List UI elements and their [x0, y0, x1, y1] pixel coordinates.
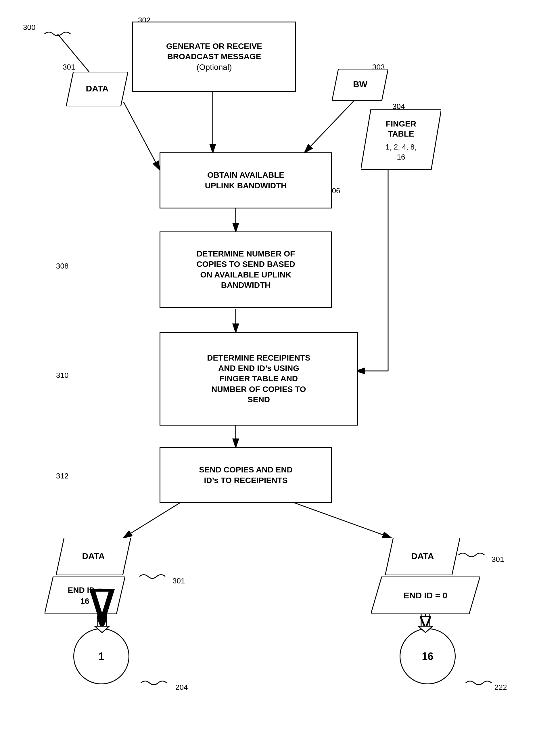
- box308-line2: COPIES TO SEND BASED: [196, 259, 295, 269]
- box-310-determine-recipients: DETERMINE RECEIPIENTS AND END ID’s USING…: [159, 332, 358, 426]
- box306-line1: OBTAIN AVAILABLE: [205, 170, 287, 180]
- flowchart-diagram: 300 302 301 303 304 306 308 310 312 301 …: [0, 0, 560, 743]
- ref-300: 300: [23, 23, 35, 32]
- svg-text:DATA: DATA: [82, 551, 105, 561]
- ref-310-label: 310: [56, 371, 68, 380]
- box-312-send-copies: SEND COPIES AND END ID’s TO RECEIPIENTS: [159, 447, 332, 503]
- svg-text:FINGER: FINGER: [386, 119, 416, 128]
- box302-line1: GENERATE OR RECEIVE: [166, 41, 262, 51]
- box310-line5: SEND: [207, 394, 310, 405]
- svg-text:DATA: DATA: [411, 551, 434, 561]
- svg-line-12: [287, 500, 391, 538]
- svg-text:16: 16: [80, 597, 89, 606]
- ref-312-label: 312: [56, 472, 68, 480]
- circle-16: 16: [400, 628, 456, 684]
- box306-line2: UPLINK BANDWIDTH: [205, 181, 287, 191]
- ref-204-label: 204: [175, 683, 188, 692]
- ref-308-label: 308: [56, 262, 68, 271]
- box312-line2: ID’s TO RECEIPIENTS: [199, 475, 293, 486]
- svg-text:16: 16: [397, 153, 405, 161]
- box302-line3: (Optional): [166, 62, 262, 73]
- box312-line1: SEND COPIES AND END: [199, 465, 293, 475]
- box308-line1: DETERMINE NUMBER OF: [196, 249, 295, 259]
- ref-301-right-label: 301: [492, 555, 504, 564]
- para-data-left-bottom: DATA: [56, 538, 131, 575]
- circle-1-label: 1: [98, 650, 104, 662]
- ref-222-label: 222: [495, 683, 507, 692]
- svg-line-11: [124, 500, 184, 538]
- svg-text:DATA: DATA: [86, 84, 109, 93]
- box-306-obtain-bandwidth: OBTAIN AVAILABLE UPLINK BANDWIDTH: [159, 152, 332, 209]
- svg-marker-26: [45, 576, 125, 614]
- box308-line4: BANDWIDTH: [196, 280, 295, 291]
- box310-line4: NUMBER OF COPIES TO: [207, 384, 310, 394]
- svg-text:BW: BW: [353, 79, 368, 89]
- box-302-generate: GENERATE OR RECEIVE BROADCAST MESSAGE (O…: [132, 21, 296, 92]
- ref-301-left-label: 301: [63, 63, 75, 72]
- svg-text:1, 2, 4, 8,: 1, 2, 4, 8,: [385, 143, 417, 151]
- circle-1: 1: [73, 628, 129, 684]
- box308-line3: ON AVAILABLE UPLINK: [196, 270, 295, 280]
- box310-line1: DETERMINE RECEIPIENTS: [207, 353, 310, 363]
- svg-text:END ID =: END ID =: [67, 586, 102, 595]
- para-301-data-left: DATA: [66, 72, 128, 106]
- circle-16-label: 16: [422, 650, 433, 662]
- box-308-determine-copies: DETERMINE NUMBER OF COPIES TO SEND BASED…: [159, 231, 332, 308]
- para-end-id-0: END ID = 0: [371, 576, 480, 614]
- ref-301-left-bottom: 301: [173, 576, 185, 585]
- para-data-right-bottom: DATA: [385, 538, 460, 575]
- svg-text:END ID = 0: END ID = 0: [404, 591, 448, 600]
- box310-line2: AND END ID’s USING: [207, 363, 310, 374]
- box310-line3: FINGER TABLE AND: [207, 374, 310, 384]
- para-304-finger-table: FINGER TABLE 1, 2, 4, 8, 16: [361, 109, 441, 170]
- para-end-id-16: END ID = 16: [45, 576, 125, 614]
- svg-line-5: [124, 102, 159, 170]
- svg-text:TABLE: TABLE: [388, 129, 414, 138]
- box302-line2: BROADCAST MESSAGE: [166, 51, 262, 62]
- para-303-bw: BW: [332, 69, 388, 101]
